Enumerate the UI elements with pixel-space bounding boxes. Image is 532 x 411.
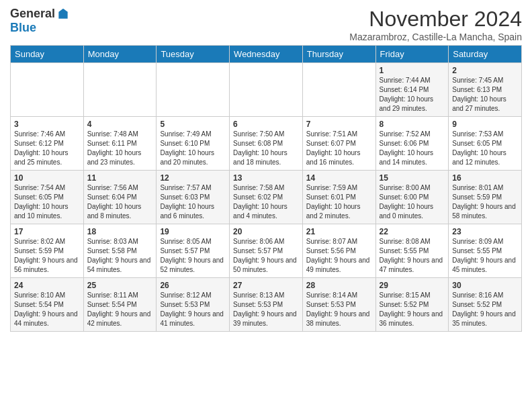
day-cell-4-4: 28Sunrise: 8:14 AM Sunset: 5:53 PM Dayli… <box>302 278 375 332</box>
day-info-1-2: Sunrise: 7:49 AM Sunset: 6:10 PM Dayligh… <box>160 130 226 167</box>
day-number-4-2: 26 <box>160 281 226 290</box>
day-cell-0-4 <box>302 63 375 117</box>
week-row-2: 10Sunrise: 7:54 AM Sunset: 6:05 PM Dayli… <box>11 171 522 224</box>
day-cell-0-1 <box>83 63 157 117</box>
day-number-2-4: 14 <box>306 173 372 183</box>
logo-general-text: General <box>10 7 55 21</box>
day-cell-1-5: 8Sunrise: 7:52 AM Sunset: 6:06 PM Daylig… <box>375 117 449 171</box>
month-title: November 2024 <box>349 7 522 32</box>
day-number-1-5: 8 <box>380 120 445 129</box>
day-number-0-6: 2 <box>452 66 518 75</box>
day-info-2-1: Sunrise: 7:56 AM Sunset: 6:04 PM Dayligh… <box>87 183 153 221</box>
day-number-1-4: 7 <box>306 120 372 129</box>
day-cell-1-2: 5Sunrise: 7:49 AM Sunset: 6:10 PM Daylig… <box>157 117 230 171</box>
day-number-3-3: 20 <box>233 227 299 236</box>
day-cell-0-3 <box>230 63 303 117</box>
day-info-3-5: Sunrise: 8:08 AM Sunset: 5:55 PM Dayligh… <box>380 237 445 275</box>
day-cell-2-5: 15Sunrise: 8:00 AM Sunset: 6:00 PM Dayli… <box>375 171 449 224</box>
day-cell-1-0: 3Sunrise: 7:46 AM Sunset: 6:12 PM Daylig… <box>11 117 84 171</box>
day-number-1-6: 9 <box>452 120 518 129</box>
day-cell-1-4: 7Sunrise: 7:51 AM Sunset: 6:07 PM Daylig… <box>302 117 375 171</box>
week-row-3: 17Sunrise: 8:02 AM Sunset: 5:59 PM Dayli… <box>11 224 522 278</box>
day-info-4-1: Sunrise: 8:11 AM Sunset: 5:54 PM Dayligh… <box>87 291 153 328</box>
day-cell-3-5: 22Sunrise: 8:08 AM Sunset: 5:55 PM Dayli… <box>375 224 449 278</box>
day-info-4-0: Sunrise: 8:10 AM Sunset: 5:54 PM Dayligh… <box>14 291 80 328</box>
col-monday: Monday <box>83 46 157 63</box>
day-cell-0-6: 2Sunrise: 7:45 AM Sunset: 6:13 PM Daylig… <box>449 63 522 117</box>
day-info-4-6: Sunrise: 8:16 AM Sunset: 5:52 PM Dayligh… <box>452 291 518 328</box>
day-cell-3-2: 19Sunrise: 8:05 AM Sunset: 5:57 PM Dayli… <box>157 224 230 278</box>
day-cell-3-0: 17Sunrise: 8:02 AM Sunset: 5:59 PM Dayli… <box>11 224 84 278</box>
day-cell-3-1: 18Sunrise: 8:03 AM Sunset: 5:58 PM Dayli… <box>83 224 157 278</box>
day-cell-3-6: 23Sunrise: 8:09 AM Sunset: 5:55 PM Dayli… <box>449 224 522 278</box>
day-info-0-5: Sunrise: 7:44 AM Sunset: 6:14 PM Dayligh… <box>380 76 445 113</box>
day-info-4-3: Sunrise: 8:13 AM Sunset: 5:53 PM Dayligh… <box>233 291 299 328</box>
day-cell-4-6: 30Sunrise: 8:16 AM Sunset: 5:52 PM Dayli… <box>449 278 522 332</box>
day-number-2-0: 10 <box>14 173 80 183</box>
logo-blue-text: Blue <box>10 21 36 34</box>
day-number-1-2: 5 <box>160 120 226 129</box>
day-number-1-1: 4 <box>87 120 153 129</box>
day-info-2-2: Sunrise: 7:57 AM Sunset: 6:03 PM Dayligh… <box>160 183 226 221</box>
day-info-1-5: Sunrise: 7:52 AM Sunset: 6:06 PM Dayligh… <box>380 130 445 167</box>
day-info-1-3: Sunrise: 7:50 AM Sunset: 6:08 PM Dayligh… <box>233 130 299 167</box>
day-info-1-1: Sunrise: 7:48 AM Sunset: 6:11 PM Dayligh… <box>87 130 153 167</box>
day-cell-0-2 <box>157 63 230 117</box>
day-cell-3-3: 20Sunrise: 8:06 AM Sunset: 5:57 PM Dayli… <box>230 224 303 278</box>
day-info-3-1: Sunrise: 8:03 AM Sunset: 5:58 PM Dayligh… <box>87 237 153 275</box>
day-number-4-4: 28 <box>306 281 372 290</box>
day-number-3-2: 19 <box>160 227 226 236</box>
day-info-0-6: Sunrise: 7:45 AM Sunset: 6:13 PM Dayligh… <box>452 76 518 113</box>
day-info-2-3: Sunrise: 7:58 AM Sunset: 6:02 PM Dayligh… <box>233 183 299 221</box>
day-info-2-0: Sunrise: 7:54 AM Sunset: 6:05 PM Dayligh… <box>14 183 80 221</box>
day-number-3-5: 22 <box>380 227 445 236</box>
day-number-3-0: 17 <box>14 227 80 236</box>
day-info-1-6: Sunrise: 7:53 AM Sunset: 6:05 PM Dayligh… <box>452 130 518 167</box>
day-cell-4-3: 27Sunrise: 8:13 AM Sunset: 5:53 PM Dayli… <box>230 278 303 332</box>
day-info-4-2: Sunrise: 8:12 AM Sunset: 5:53 PM Dayligh… <box>160 291 226 328</box>
day-number-3-6: 23 <box>452 227 518 236</box>
day-info-1-0: Sunrise: 7:46 AM Sunset: 6:12 PM Dayligh… <box>14 130 80 167</box>
col-tuesday: Tuesday <box>157 46 230 63</box>
day-cell-2-6: 16Sunrise: 8:01 AM Sunset: 5:59 PM Dayli… <box>449 171 522 224</box>
day-info-3-3: Sunrise: 8:06 AM Sunset: 5:57 PM Dayligh… <box>233 237 299 275</box>
header: General Blue November 2024 Mazarambroz, … <box>10 7 522 42</box>
day-number-4-6: 30 <box>452 281 518 290</box>
day-cell-0-5: 1Sunrise: 7:44 AM Sunset: 6:14 PM Daylig… <box>375 63 449 117</box>
day-cell-1-3: 6Sunrise: 7:50 AM Sunset: 6:08 PM Daylig… <box>230 117 303 171</box>
day-cell-2-1: 11Sunrise: 7:56 AM Sunset: 6:04 PM Dayli… <box>83 171 157 224</box>
day-info-4-4: Sunrise: 8:14 AM Sunset: 5:53 PM Dayligh… <box>306 291 372 328</box>
day-number-2-2: 12 <box>160 173 226 183</box>
day-number-4-5: 29 <box>380 281 445 290</box>
day-number-4-0: 24 <box>14 281 80 290</box>
day-cell-2-4: 14Sunrise: 7:59 AM Sunset: 6:01 PM Dayli… <box>302 171 375 224</box>
day-number-4-1: 25 <box>87 281 153 290</box>
day-number-3-4: 21 <box>306 227 372 236</box>
day-cell-2-3: 13Sunrise: 7:58 AM Sunset: 6:02 PM Dayli… <box>230 171 303 224</box>
day-cell-4-0: 24Sunrise: 8:10 AM Sunset: 5:54 PM Dayli… <box>11 278 84 332</box>
day-info-2-6: Sunrise: 8:01 AM Sunset: 5:59 PM Dayligh… <box>452 183 518 221</box>
col-wednesday: Wednesday <box>230 46 303 63</box>
col-thursday: Thursday <box>302 46 375 63</box>
calendar-header-row: Sunday Monday Tuesday Wednesday Thursday… <box>11 46 522 63</box>
day-cell-2-0: 10Sunrise: 7:54 AM Sunset: 6:05 PM Dayli… <box>11 171 84 224</box>
day-info-1-4: Sunrise: 7:51 AM Sunset: 6:07 PM Dayligh… <box>306 130 372 167</box>
col-sunday: Sunday <box>11 46 84 63</box>
logo: General Blue <box>10 7 70 35</box>
week-row-0: 1Sunrise: 7:44 AM Sunset: 6:14 PM Daylig… <box>11 63 522 117</box>
calendar-table: Sunday Monday Tuesday Wednesday Thursday… <box>10 45 522 332</box>
day-info-4-5: Sunrise: 8:15 AM Sunset: 5:52 PM Dayligh… <box>380 291 445 328</box>
week-row-4: 24Sunrise: 8:10 AM Sunset: 5:54 PM Dayli… <box>11 278 522 332</box>
day-number-3-1: 18 <box>87 227 153 236</box>
day-cell-1-6: 9Sunrise: 7:53 AM Sunset: 6:05 PM Daylig… <box>449 117 522 171</box>
day-number-2-1: 11 <box>87 173 153 183</box>
day-cell-2-2: 12Sunrise: 7:57 AM Sunset: 6:03 PM Dayli… <box>157 171 230 224</box>
day-number-4-3: 27 <box>233 281 299 290</box>
day-cell-3-4: 21Sunrise: 8:07 AM Sunset: 5:56 PM Dayli… <box>302 224 375 278</box>
day-cell-1-1: 4Sunrise: 7:48 AM Sunset: 6:11 PM Daylig… <box>83 117 157 171</box>
day-number-2-3: 13 <box>233 173 299 183</box>
day-number-2-5: 15 <box>380 173 445 183</box>
day-info-2-5: Sunrise: 8:00 AM Sunset: 6:00 PM Dayligh… <box>380 183 445 221</box>
day-info-3-2: Sunrise: 8:05 AM Sunset: 5:57 PM Dayligh… <box>160 237 226 275</box>
title-section: November 2024 Mazarambroz, Castille-La M… <box>349 7 522 42</box>
